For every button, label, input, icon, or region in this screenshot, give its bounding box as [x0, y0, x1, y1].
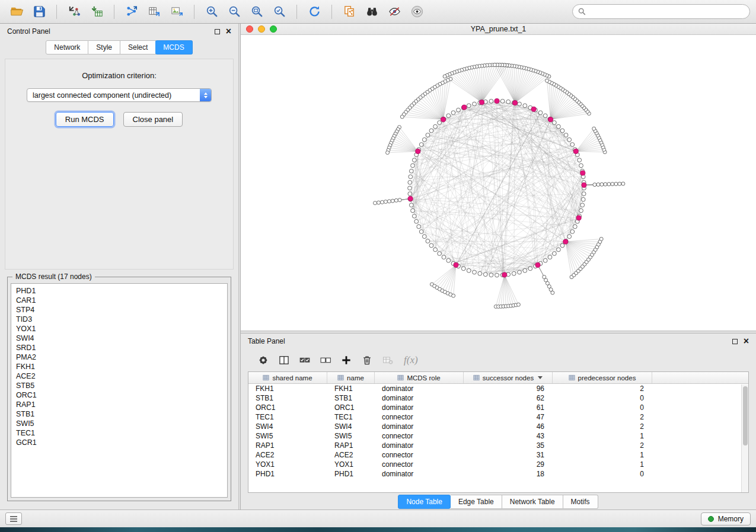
network-node[interactable] [422, 137, 426, 142]
mcds-result-item[interactable]: FKH1 [11, 362, 227, 371]
network-node[interactable] [419, 143, 423, 147]
network-node[interactable] [417, 225, 421, 229]
network-node[interactable] [592, 127, 596, 130]
network-node[interactable] [438, 252, 442, 256]
close-panel-button[interactable]: Close panel [123, 112, 183, 127]
eye-button[interactable] [406, 3, 428, 21]
network-node[interactable] [604, 182, 607, 186]
table-row[interactable]: SWI4SWI4dominator462 [248, 422, 748, 431]
save-button[interactable] [28, 3, 50, 21]
network-node[interactable] [593, 183, 596, 187]
add-row-button[interactable] [337, 351, 356, 369]
mcds-result-item[interactable]: SWI4 [11, 334, 227, 343]
network-node[interactable] [374, 201, 377, 205]
network-node[interactable] [409, 203, 413, 207]
network-node[interactable] [596, 183, 600, 187]
network-node[interactable] [409, 175, 413, 179]
table-row[interactable]: TEC1TEC1connector472 [248, 412, 748, 422]
network-node[interactable] [518, 102, 522, 106]
open-button[interactable] [6, 3, 27, 21]
zoom-out-button[interactable] [224, 3, 245, 21]
network-node[interactable] [567, 137, 572, 142]
network-node[interactable] [573, 225, 577, 229]
table-row[interactable]: YOX1YOX1connector291 [248, 460, 748, 469]
zoom-selected-button[interactable] [269, 3, 290, 21]
mcds-result-item[interactable]: RAP1 [11, 400, 227, 409]
network-node[interactable] [443, 75, 446, 78]
clone-network-button[interactable] [339, 3, 360, 21]
network-dominator-node[interactable] [495, 98, 499, 103]
network-node[interactable] [553, 121, 557, 125]
network-dominator-node[interactable] [563, 239, 568, 244]
network-node[interactable] [546, 79, 549, 82]
import-network-button[interactable] [63, 3, 85, 21]
network-node[interactable] [412, 214, 416, 218]
network-dominator-node[interactable] [479, 100, 484, 105]
table-row[interactable]: ORC1ORC1dominator610 [248, 403, 748, 412]
network-node[interactable] [579, 209, 583, 213]
network-node[interactable] [564, 133, 568, 137]
network-node[interactable] [489, 99, 493, 103]
network-dominator-node[interactable] [548, 117, 553, 122]
network-node[interactable] [411, 209, 415, 213]
zoom-fit-button[interactable] [246, 3, 267, 21]
network-node[interactable] [489, 273, 493, 277]
network-node[interactable] [394, 198, 398, 202]
network-node[interactable] [512, 271, 516, 275]
search-input[interactable] [589, 8, 744, 16]
function-builder-button[interactable]: f(x) [404, 354, 418, 366]
network-node[interactable] [419, 230, 423, 234]
network-dominator-node[interactable] [580, 171, 585, 175]
mcds-result-item[interactable]: TID3 [11, 315, 227, 324]
network-node[interactable] [438, 121, 442, 125]
network-node[interactable] [611, 182, 614, 186]
network-node[interactable] [548, 255, 552, 259]
network-node[interactable] [557, 124, 561, 129]
delete-table-button[interactable] [378, 351, 397, 369]
network-node[interactable] [551, 291, 554, 294]
network-node[interactable] [580, 203, 585, 207]
network-dominator-node[interactable] [408, 196, 413, 201]
network-dominator-node[interactable] [441, 117, 445, 122]
network-dominator-node[interactable] [462, 105, 467, 110]
network-node[interactable] [553, 252, 557, 256]
mcds-result-item[interactable]: PHD1 [11, 286, 227, 296]
tab-motifs[interactable]: Motifs [563, 495, 598, 509]
network-node[interactable] [412, 158, 416, 162]
table-row[interactable]: ACE2ACE2connector311 [248, 450, 748, 460]
panel-menu-button[interactable] [5, 512, 22, 525]
network-node[interactable] [495, 273, 499, 277]
network-node[interactable] [408, 181, 412, 185]
delete-row-button[interactable] [358, 351, 377, 369]
network-node[interactable] [467, 104, 471, 108]
mcds-result-item[interactable]: ACE2 [11, 371, 227, 381]
network-dominator-node[interactable] [535, 262, 540, 267]
network-node[interactable] [408, 186, 412, 190]
mcds-result-item[interactable]: GCR1 [11, 438, 227, 447]
mcds-result-item[interactable]: SRD1 [11, 343, 227, 352]
deselect-all-button[interactable] [316, 351, 335, 369]
network-node[interactable] [426, 133, 430, 137]
network-node[interactable] [473, 270, 477, 274]
tab-node-table[interactable]: Node Table [398, 495, 451, 509]
network-dominator-node[interactable] [513, 101, 518, 105]
network-node[interactable] [433, 248, 438, 252]
network-node[interactable] [560, 243, 564, 248]
table-scrollbar-thumb[interactable] [743, 386, 748, 446]
network-node[interactable] [500, 99, 505, 103]
zoom-in-button[interactable] [201, 3, 222, 21]
mcds-result-item[interactable]: STB1 [11, 409, 227, 419]
refresh-button[interactable] [304, 3, 325, 21]
close-panel-icon[interactable]: × [226, 27, 231, 36]
network-node[interactable] [567, 235, 572, 239]
network-node[interactable] [600, 182, 604, 186]
network-dominator-node[interactable] [582, 182, 586, 187]
network-node[interactable] [408, 192, 412, 196]
window-minimize-icon[interactable] [258, 25, 265, 33]
network-dominator-node[interactable] [531, 107, 536, 111]
mcds-result-item[interactable]: SWI5 [11, 419, 227, 428]
network-node[interactable] [493, 63, 496, 67]
network-node[interactable] [518, 270, 522, 274]
mcds-result-item[interactable]: YOX1 [11, 324, 227, 334]
network-node[interactable] [433, 124, 438, 129]
